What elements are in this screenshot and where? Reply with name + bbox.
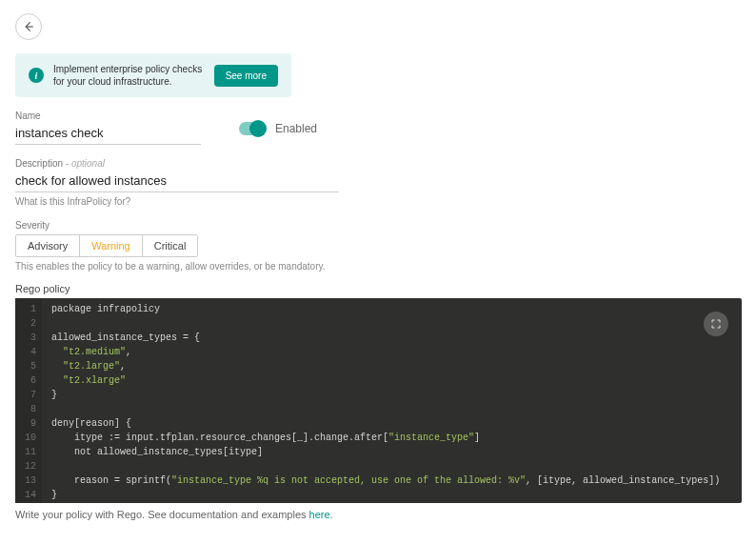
severity-option-critical[interactable]: Critical: [143, 235, 198, 256]
severity-label: Severity: [15, 220, 741, 231]
name-field: Name: [15, 111, 201, 145]
back-button[interactable]: [15, 13, 42, 40]
severity-section: Severity Advisory Warning Critical This …: [15, 220, 741, 272]
expand-icon: [710, 318, 722, 330]
description-label: Description - optional: [15, 158, 741, 169]
editor-gutter: 1234567891011121314: [15, 298, 42, 503]
severity-option-advisory[interactable]: Advisory: [16, 235, 80, 256]
description-helper: What is this InfraPolicy for?: [15, 196, 741, 207]
name-input[interactable]: [15, 123, 201, 145]
enabled-toggle[interactable]: [239, 122, 266, 135]
rego-editor[interactable]: 1234567891011121314 package infrapolicy …: [15, 298, 742, 503]
enabled-label: Enabled: [275, 122, 317, 135]
info-icon: i: [29, 68, 44, 83]
expand-button[interactable]: [704, 312, 728, 336]
arrow-left-icon: [22, 20, 35, 33]
editor-code[interactable]: package infrapolicy allowed_instance_typ…: [42, 298, 729, 503]
banner-text: Implement enterprise policy checks for y…: [53, 63, 205, 88]
enabled-toggle-group: Enabled: [239, 122, 317, 135]
rego-label: Rego policy: [15, 283, 741, 294]
severity-segmented: Advisory Warning Critical: [15, 234, 198, 257]
description-field: Description - optional What is this Infr…: [15, 158, 741, 207]
see-more-button[interactable]: See more: [214, 65, 278, 87]
severity-option-warning[interactable]: Warning: [80, 235, 143, 256]
promo-banner: i Implement enterprise policy checks for…: [15, 53, 291, 97]
description-input[interactable]: [15, 171, 339, 192]
severity-helper: This enables the policy to be a warning,…: [15, 261, 741, 272]
rego-footer-help: Write your policy with Rego. See documen…: [15, 509, 741, 520]
name-label: Name: [15, 111, 201, 121]
docs-link[interactable]: here.: [309, 509, 333, 520]
